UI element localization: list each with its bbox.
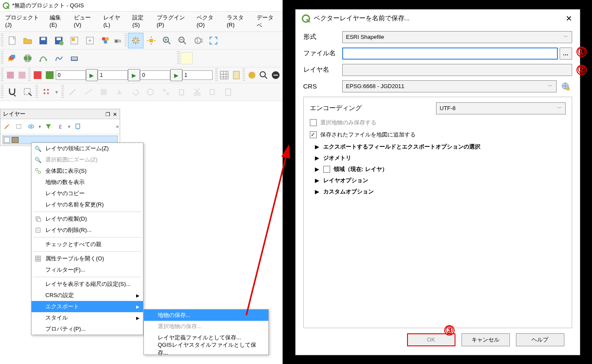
row-selected-only[interactable]: 選択地物のみ保存する	[310, 119, 566, 127]
field-calc-button[interactable]	[230, 69, 242, 81]
layout-new-button[interactable]	[82, 33, 98, 48]
toolbar-grip[interactable]	[61, 85, 64, 99]
format-combo[interactable]: ESRI Shapefile ﹀	[342, 31, 572, 43]
group-geometry[interactable]: ▶ジオメトリ	[315, 154, 566, 162]
menu-edit[interactable]: 編集(E)	[46, 13, 70, 31]
toolbar-grip[interactable]	[1, 51, 3, 65]
dialog-close-button[interactable]: ✕	[564, 14, 574, 23]
ctx-check-parents[interactable]: チェックとすべての親	[32, 239, 143, 250]
zoom-out-button[interactable]	[175, 33, 190, 48]
new-spatialite-button[interactable]	[51, 51, 67, 66]
filename-browse-button[interactable]: …	[560, 47, 572, 60]
tip-button[interactable]	[181, 52, 193, 64]
attr-table-button[interactable]	[219, 69, 231, 81]
group-extent[interactable]: ▶領域（現在: レイヤ）	[315, 165, 566, 173]
new-geopackage-button[interactable]	[20, 51, 35, 66]
snapping-button[interactable]	[4, 84, 20, 100]
grid-red-button[interactable]	[32, 69, 44, 81]
extent-x0-input[interactable]	[56, 70, 86, 80]
ctx-copy-layer[interactable]: レイヤのコピー	[32, 188, 143, 199]
zoom-in-button[interactable]	[159, 33, 175, 48]
stop-button[interactable]	[270, 69, 282, 81]
expand-all-button[interactable]	[72, 121, 83, 132]
extent-checkbox[interactable]	[323, 166, 330, 173]
open-data-source-button[interactable]	[4, 51, 20, 66]
menu-plugin[interactable]: プラグイン(P)	[153, 13, 194, 31]
menu-database[interactable]: データベ	[253, 13, 281, 31]
ctx-open-attr-table[interactable]: 属性テーブルを開く(O)	[32, 253, 143, 264]
panel-close-icon[interactable]: ✕	[113, 111, 117, 117]
layer-filter-button[interactable]	[43, 121, 54, 132]
group-fields[interactable]: ▶エクスポートするフィールドとエクスポートオプションの選択	[315, 143, 566, 151]
new-virtual-button[interactable]	[67, 51, 82, 66]
extent-x1-input[interactable]	[98, 70, 128, 80]
zoom-full-button[interactable]	[206, 33, 221, 48]
layer-style-button[interactable]	[1, 121, 13, 132]
new-project-button[interactable]	[4, 33, 20, 48]
ctx-style[interactable]: スタイル▶	[32, 312, 143, 323]
extent-y0-input[interactable]	[140, 70, 170, 80]
step-right-3-button[interactable]: ▶	[170, 69, 182, 81]
row-add-to-map[interactable]: 保存されたファイルを地図に追加する	[310, 131, 566, 139]
vertex-tool-button[interactable]	[16, 69, 29, 81]
toolbar-grip[interactable]	[242, 68, 245, 82]
toolbar-grip[interactable]	[28, 68, 31, 82]
dots-red-button[interactable]	[39, 84, 54, 100]
crs-select-button[interactable]	[559, 80, 572, 92]
toggle-editing-button[interactable]	[4, 69, 16, 81]
group-layer-options[interactable]: ▶レイヤオプション	[315, 177, 566, 184]
select-rect-button[interactable]	[20, 84, 35, 100]
ctx-scale-visibility[interactable]: レイヤを表示する縮尺の設定(S)...	[32, 279, 143, 290]
layer-visibility-button[interactable]	[25, 121, 37, 132]
style-manager-button[interactable]	[98, 33, 113, 48]
zoom-native-button[interactable]: 1:1	[190, 33, 206, 48]
toolbar-grip[interactable]	[177, 51, 180, 65]
sub-save-features[interactable]: 地物の保存...	[144, 310, 268, 321]
ctx-properties[interactable]: プロパティ(P)...	[32, 323, 143, 335]
ctx-zoom-to-layer[interactable]: 🔍レイヤの領域にズーム(Z)	[32, 143, 143, 154]
save-project-button[interactable]	[35, 33, 51, 48]
cancel-button[interactable]: キャンセル	[462, 333, 510, 346]
ctx-crs-setting[interactable]: CRSの設定▶	[32, 290, 143, 301]
toolbar-grip[interactable]	[35, 85, 38, 99]
panel-float-icon[interactable]: ❐	[105, 111, 110, 117]
menu-view[interactable]: ビュー(V)	[70, 13, 100, 31]
add-to-map-checkbox[interactable]	[310, 131, 317, 138]
pan-button[interactable]	[128, 33, 143, 48]
step-right-1-button[interactable]: ▶	[86, 69, 98, 81]
encoding-combo[interactable]: UTF-8 ﹀	[436, 102, 566, 114]
filename-input[interactable]	[342, 47, 558, 60]
layout-manager-button[interactable]	[67, 33, 82, 48]
menu-vector[interactable]: ベクタ(O)	[193, 13, 223, 31]
grid-green-button[interactable]	[44, 69, 56, 81]
toolbar-grip[interactable]	[124, 34, 127, 47]
selected-only-checkbox[interactable]	[310, 119, 317, 126]
menu-layer[interactable]: レイヤ(L)	[100, 13, 129, 31]
ctx-show-in-overview[interactable]: 全体図に表示(S)	[32, 165, 143, 177]
processing-button[interactable]	[246, 69, 258, 81]
ctx-duplicate-layer[interactable]: レイヤの複製(D)	[32, 213, 143, 225]
open-project-button[interactable]	[20, 33, 35, 48]
new-shapefile-button[interactable]	[35, 51, 51, 66]
layer-add-group-button[interactable]	[13, 121, 25, 132]
menu-settings[interactable]: 設定(S)	[129, 13, 153, 31]
toolbar-grip[interactable]	[1, 85, 3, 99]
menu-project[interactable]: プロジェクト(J)	[2, 13, 46, 31]
layer-checkbox[interactable]	[4, 137, 10, 143]
crs-combo[interactable]: EPSG:6668 - JGD2011 ﹀	[342, 80, 557, 92]
ctx-export[interactable]: エクスポート▶	[32, 301, 143, 312]
toolbar-grip[interactable]	[215, 68, 218, 82]
save-as-button[interactable]	[51, 33, 67, 48]
ctx-remove-layer[interactable]: レイヤの削除(R)...	[32, 225, 143, 236]
expression-button[interactable]: ε	[55, 121, 66, 132]
help-button[interactable]: ヘルプ	[516, 333, 564, 346]
step-right-2-button[interactable]: ▶	[128, 69, 140, 81]
group-custom-options[interactable]: ▶カスタムオプション	[315, 188, 566, 196]
extent-y1-input[interactable]	[182, 70, 213, 80]
toolbar-grip[interactable]	[1, 34, 3, 47]
sub-save-style[interactable]: QGISレイヤスタイルファイルとして保存...	[144, 343, 268, 355]
panel-overflow-icon[interactable]: »	[116, 123, 119, 130]
ctx-filter[interactable]: フィルター(F)...	[32, 264, 143, 275]
ctx-show-feature-count[interactable]: 地物の数を表示	[32, 177, 143, 188]
search-button[interactable]	[258, 69, 270, 81]
